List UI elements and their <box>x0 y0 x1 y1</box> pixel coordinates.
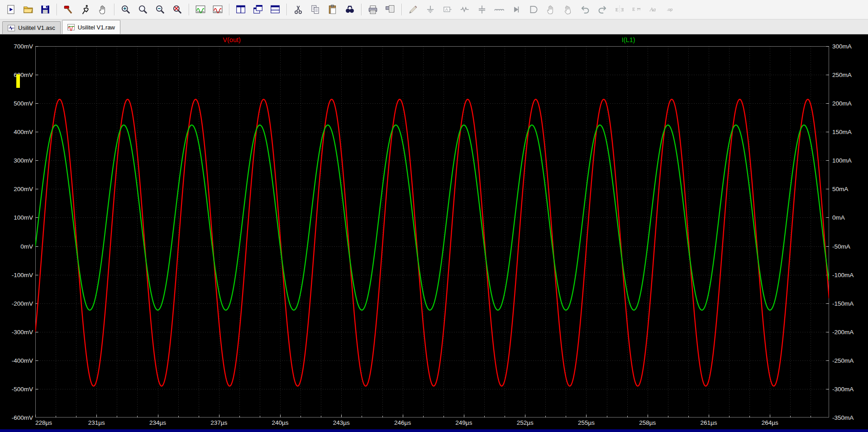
waveform-icon <box>67 24 75 31</box>
zoom-back-icon <box>138 4 148 15</box>
y-left-tick-label: 100mV <box>14 214 33 221</box>
tile-horizontally-button[interactable] <box>267 2 283 17</box>
paste-button[interactable] <box>324 2 341 17</box>
drag-icon <box>563 4 573 15</box>
autorange-y-axis-button[interactable] <box>192 2 209 17</box>
x-tick-label: 237µs <box>210 419 227 426</box>
tile-horizontally-icon <box>270 4 281 15</box>
paste-icon <box>327 4 338 15</box>
control-panel-button[interactable] <box>60 2 76 17</box>
halt-simulation-button[interactable] <box>95 2 111 17</box>
zoom-back-button[interactable] <box>135 2 151 17</box>
x-tick-label: 261µs <box>700 419 717 426</box>
x-tick-label: 234µs <box>149 419 166 426</box>
trace-label-i-l1-[interactable]: I(L1) <box>622 36 635 43</box>
x-tick-label: 243µs <box>333 419 350 426</box>
zoom-full-extents-button[interactable] <box>169 2 186 17</box>
place-text-button[interactable]: Aa <box>646 2 662 17</box>
save-file-icon <box>40 4 51 15</box>
redo-icon <box>597 4 608 15</box>
trace-label-row: V(out)I(L1) <box>0 34 868 46</box>
svg-text:.op: .op <box>667 7 672 12</box>
print-button[interactable] <box>365 2 381 17</box>
place-resistor-icon <box>459 4 470 15</box>
place-net-label-button[interactable]: A <box>439 2 456 17</box>
tab-waveform[interactable]: Usilitel V1.raw <box>62 20 120 34</box>
drag-button[interactable] <box>560 2 576 17</box>
y-right-tick-label: 250mA <box>832 72 852 78</box>
toolbar-separator <box>401 4 402 15</box>
halt-simulation-icon <box>97 4 108 15</box>
x-axis: 228µs231µs234µs237µs240µs243µs246µs249µs… <box>0 418 868 429</box>
copy-icon <box>310 4 321 15</box>
place-inductor-icon <box>494 4 505 15</box>
tile-vertically-button[interactable] <box>233 2 249 17</box>
zoom-in-icon <box>120 4 131 15</box>
toolbar-separator <box>361 4 362 15</box>
y-right-tick-label: -200mA <box>832 328 854 335</box>
place-capacitor-button[interactable] <box>474 2 490 17</box>
svg-text:Aa: Aa <box>649 6 656 13</box>
draw-wire-icon <box>408 4 419 15</box>
cut-icon <box>293 4 304 15</box>
svg-text:E: E <box>615 7 619 12</box>
cascade-windows-icon <box>253 4 263 15</box>
zoom-out-icon <box>155 4 166 15</box>
y-right-tick-label: -300mA <box>832 385 854 392</box>
waveform-pane: V(out)I(L1) 700mV600mV500mV400mV300mV200… <box>0 34 868 432</box>
copy-button[interactable] <box>307 2 324 17</box>
y-left-tick-label: 400mV <box>14 129 33 135</box>
zoom-out-button[interactable] <box>152 2 168 17</box>
y-right-tick-label: -50mA <box>832 243 850 250</box>
mirror-button[interactable]: EE <box>611 2 628 17</box>
move-button[interactable] <box>543 2 559 17</box>
zoom-in-button[interactable] <box>118 2 134 17</box>
open-file-button[interactable] <box>20 2 36 17</box>
print-preview-button[interactable] <box>382 2 398 17</box>
open-file-icon <box>23 4 33 15</box>
plot-settings-button[interactable] <box>210 2 226 17</box>
find-icon <box>344 4 355 15</box>
waveform-canvas[interactable] <box>35 46 829 418</box>
svg-text:E: E <box>620 7 624 12</box>
trace-label-v-out-[interactable]: V(out) <box>223 36 241 43</box>
draw-wire-button[interactable] <box>405 2 421 17</box>
place-diode-icon <box>511 4 522 15</box>
tab-schematic[interactable]: Usilitel V1.asc <box>2 21 61 34</box>
new-schematic-button[interactable] <box>3 2 19 17</box>
y-right-tick-label: 200mA <box>832 100 852 107</box>
cascade-windows-button[interactable] <box>250 2 266 17</box>
tab-label: Usilitel V1.raw <box>78 24 115 31</box>
place-component-button[interactable] <box>525 2 542 17</box>
x-tick-label: 255µs <box>578 419 595 426</box>
x-tick-label: 240µs <box>272 419 289 426</box>
x-tick-label: 258µs <box>639 419 656 426</box>
rotate-button[interactable]: EE <box>629 2 645 17</box>
toolbar-separator <box>229 4 229 15</box>
redo-button[interactable] <box>594 2 610 17</box>
ltspice-window: AEEEEAa.op Usilitel V1.asc Usilitel V1.r… <box>0 0 868 432</box>
y-axis-right: 300mA250mA200mA150mA100mA50mA0mA-50mA-10… <box>829 46 868 418</box>
place-diode-button[interactable] <box>508 2 525 17</box>
plot-area <box>35 46 829 418</box>
place-resistor-button[interactable] <box>457 2 473 17</box>
svg-text:E: E <box>632 7 635 12</box>
undo-button[interactable] <box>577 2 593 17</box>
y-left-tick-label: -100mV <box>12 271 33 278</box>
toolbar-separator <box>189 4 189 15</box>
y-left-tick-label: 200mV <box>14 186 33 192</box>
y-right-tick-label: 300mA <box>832 43 852 50</box>
x-tick-label: 246µs <box>394 419 411 426</box>
place-inductor-button[interactable] <box>491 2 507 17</box>
run-simulation-button[interactable] <box>77 2 94 17</box>
move-icon <box>545 4 556 15</box>
autorange-y-axis-icon <box>195 4 206 15</box>
tile-vertically-icon <box>235 4 246 15</box>
undo-icon <box>580 4 591 15</box>
spice-directive-button[interactable]: .op <box>663 2 679 17</box>
find-button[interactable] <box>342 2 358 17</box>
y-left-tick-label: -500mV <box>12 385 33 392</box>
cut-button[interactable] <box>290 2 306 17</box>
save-file-button[interactable] <box>37 2 53 17</box>
place-ground-button[interactable] <box>422 2 439 17</box>
